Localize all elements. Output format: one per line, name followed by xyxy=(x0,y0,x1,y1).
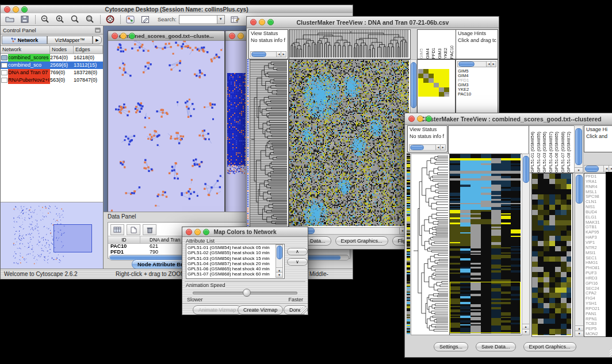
tab-network[interactable]: Network xyxy=(2,36,47,44)
tv2-status-scrollbar[interactable]: ◂▸ xyxy=(409,144,446,151)
heatmap-canvas[interactable] xyxy=(289,60,409,226)
zoom-in-icon[interactable] xyxy=(54,14,66,24)
node-view-icon[interactable] xyxy=(124,14,136,24)
zoom-fit-icon[interactable] xyxy=(84,14,95,24)
detail-heatmap-canvas[interactable] xyxy=(532,174,571,335)
create-vizmap-button[interactable]: Create Vizmap xyxy=(238,305,283,315)
gene-label[interactable]: PAN1 xyxy=(586,312,606,317)
gene-label[interactable]: CLN1 xyxy=(586,200,606,205)
network-table-row[interactable]: combined_sco 2569(6) 13112(15) xyxy=(1,62,103,69)
minimize-icon[interactable] xyxy=(120,33,127,39)
zoom-window-icon[interactable] xyxy=(426,116,432,122)
gene-label[interactable]: RPO21 xyxy=(586,306,606,312)
gene-label[interactable]: GIM5 xyxy=(458,69,498,74)
treeview1-titlebar[interactable]: ClusterMaker TreeView : DNA and Tran 07-… xyxy=(247,17,499,28)
minimize-icon[interactable] xyxy=(13,6,19,13)
tv2-labels-scrollbar[interactable]: ▾ xyxy=(574,125,583,173)
close-icon[interactable] xyxy=(4,6,10,13)
attribute-list-item[interactable]: GPL51-07 (GSM868) heat shock 60 min xyxy=(188,271,284,277)
float-panel-icon[interactable] xyxy=(95,28,101,33)
treeview-button[interactable]: Export Graphics... xyxy=(335,236,388,246)
gene-label[interactable]: BUD4 xyxy=(586,210,606,215)
gene-label[interactable]: YSH1 xyxy=(586,301,606,306)
slider-thumb[interactable] xyxy=(243,289,251,297)
search-field[interactable] xyxy=(179,16,217,24)
resize-grip[interactable] xyxy=(300,307,307,314)
main-title-bar[interactable]: Cytoscape Desktop (Session Name: collins… xyxy=(1,5,353,14)
delete-attribute-icon[interactable] xyxy=(143,224,156,235)
gene-label[interactable]: KAP95 xyxy=(586,230,606,235)
row-dendrogram-canvas[interactable] xyxy=(411,154,448,334)
gene-label[interactable]: SEC1 xyxy=(586,256,606,261)
network-window-1-titlebar[interactable]: combined_scores_good.txt--cluste... xyxy=(108,31,224,41)
zoom-window-icon[interactable] xyxy=(21,6,28,13)
minimize-icon[interactable] xyxy=(259,19,265,25)
attribute-list-item[interactable]: GPL51-03 (GSM856) heat shock 15 min xyxy=(188,256,284,261)
new-attribute-icon[interactable] xyxy=(127,224,140,235)
zoom-window-icon[interactable] xyxy=(129,33,135,39)
attribute-list-item[interactable]: GPL51-06 (GSM865) heat shock 40 min xyxy=(188,266,284,271)
gene-label[interactable]: GIM4 xyxy=(458,74,498,78)
gene-label[interactable]: SPC98 xyxy=(586,194,606,200)
tab-vizmapper[interactable]: VizMapper™ xyxy=(47,36,93,44)
save-icon[interactable] xyxy=(19,14,30,24)
tv1-genes-scrollbar[interactable]: ◂▸ xyxy=(457,61,496,67)
gene-label[interactable]: GPI16 xyxy=(586,281,606,286)
gene-label[interactable]: NIS1 xyxy=(586,205,606,210)
gene-label[interactable]: ELG1 xyxy=(586,215,606,220)
chevron-down-icon[interactable]: ▼ xyxy=(217,16,224,24)
treeview-button[interactable]: Save Data... xyxy=(476,342,516,351)
network-table-row[interactable]: RNAPuberNov2+I 563(0) 107847(0) xyxy=(1,76,103,84)
select-attributes-icon[interactable] xyxy=(110,224,124,235)
network-table-row[interactable]: combined_scores 2764(0) 16218(0) xyxy=(1,54,103,62)
zoom-out-icon[interactable] xyxy=(39,14,51,24)
tab-overflow-arrow[interactable]: ▶ xyxy=(93,36,102,44)
move-down-button[interactable]: ∨ xyxy=(287,258,308,266)
dialog-titlebar[interactable]: Map Colors to Network xyxy=(182,227,308,237)
close-icon[interactable] xyxy=(408,116,415,122)
minimize-icon[interactable] xyxy=(417,116,423,122)
annotation-icon[interactable] xyxy=(139,14,151,24)
gene-label[interactable]: PEP5 xyxy=(586,327,606,332)
gene-label[interactable]: PFD1 xyxy=(586,174,606,179)
gene-label[interactable]: PHO81 xyxy=(586,266,606,271)
gene-label[interactable]: HMG1 xyxy=(586,260,606,266)
treeview2-titlebar[interactable]: ClusterMaker TreeView : combined_scores_… xyxy=(405,113,612,125)
attribute-list-item[interactable]: GPL51-04 (GSM857) heat shock 20 min xyxy=(188,261,284,266)
search-input[interactable]: ▼ xyxy=(179,15,225,24)
zoom-window-icon[interactable] xyxy=(267,19,274,25)
network-table-row[interactable]: DNA and Tran 07 769(0) 183728(0) xyxy=(1,69,103,76)
gene-label[interactable]: TCB3 xyxy=(586,321,606,327)
help-lifering-icon[interactable] xyxy=(104,14,116,24)
gene-label[interactable]: PAC10 xyxy=(458,92,498,97)
gene-label[interactable]: PUF3 xyxy=(586,271,606,276)
gene-label[interactable]: MON2 xyxy=(586,332,606,337)
close-icon[interactable] xyxy=(112,33,118,39)
gene-label[interactable]: VIP1 xyxy=(586,240,606,246)
treeview-button[interactable]: Export Graphics... xyxy=(523,342,576,351)
move-up-button[interactable]: ∧ xyxy=(287,248,308,255)
gene-label[interactable]: CPA2 xyxy=(586,291,606,296)
attribute-editor-icon[interactable] xyxy=(230,14,241,24)
animate-vizmap-button[interactable]: Animate Vizmap xyxy=(193,305,242,315)
zoom-window-icon[interactable] xyxy=(203,229,209,235)
column-dendrogram-canvas[interactable] xyxy=(289,30,409,58)
gene-label[interactable]: MAK31 xyxy=(586,220,606,225)
gene-label[interactable]: RNR4 xyxy=(586,185,606,190)
gene-label[interactable]: HAP3 xyxy=(586,235,606,240)
overview-canvas[interactable] xyxy=(1,202,102,268)
attribute-list-item[interactable]: GPL51-02 (GSM855) heat shock 10 min xyxy=(188,250,284,255)
row-dendrogram-canvas[interactable] xyxy=(250,60,287,226)
gene-label[interactable]: HRD3 xyxy=(586,276,606,281)
gene-label[interactable]: GIM3 xyxy=(458,83,498,87)
open-icon[interactable] xyxy=(4,14,16,24)
minimize-icon[interactable] xyxy=(238,33,244,39)
close-icon[interactable] xyxy=(229,33,235,39)
tv2-vertical-scrollbar[interactable]: ▴▾ xyxy=(522,154,530,335)
gene-label[interactable]: MSL1 xyxy=(586,190,606,195)
gene-label[interactable]: NTR2 xyxy=(586,246,606,251)
gene-label[interactable]: YKE2 xyxy=(458,87,498,92)
close-icon[interactable] xyxy=(250,19,257,25)
detail-heatmap-canvas[interactable] xyxy=(418,69,450,107)
animation-speed-slider[interactable] xyxy=(193,292,297,294)
